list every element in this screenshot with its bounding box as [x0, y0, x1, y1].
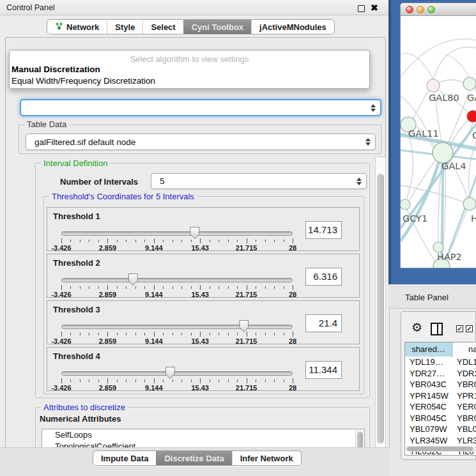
tab-label: Network: [66, 22, 99, 32]
table-cell[interactable]: YLR3: [457, 435, 476, 446]
threshold-slider-thumb[interactable]: [128, 273, 138, 286]
table-cell[interactable]: YPR145W: [410, 390, 452, 401]
dropdown-prompt: Select algorithm to view settings: [10, 54, 369, 64]
threshold-label: Threshold 2: [53, 258, 100, 268]
table-cell[interactable]: YPR1: [457, 390, 476, 401]
network-node[interactable]: [427, 79, 440, 92]
threshold-slider-thumb[interactable]: [239, 320, 249, 332]
number-of-intervals-label: Number of Intervals: [60, 177, 138, 187]
interval-definition-group-title: Interval Definition: [41, 158, 110, 168]
table-row[interactable]: YER054CYER0: [405, 401, 476, 413]
threshold-slider-track[interactable]: [61, 371, 293, 376]
number-of-intervals-value: 5: [160, 176, 165, 186]
slider-tick-labels: -3.4262.8599.14415.4321.71528: [61, 244, 293, 252]
columns-icon[interactable]: [431, 323, 443, 335]
threshold-label: Threshold 3: [53, 305, 100, 314]
close-traffic-light-icon[interactable]: [406, 6, 413, 13]
table-cell[interactable]: YDR27…: [410, 368, 452, 379]
network-node[interactable]: [463, 197, 476, 210]
network-edge: [433, 47, 476, 79]
table-row[interactable]: YBR045CYBR0: [405, 413, 476, 424]
table-horizontal-scrollbar[interactable]: [406, 446, 476, 452]
numerical-attributes-label: Numerical Attributes: [40, 414, 121, 424]
network-node-label: GAL11: [408, 128, 439, 139]
column-header-name[interactable]: na: [453, 342, 476, 357]
threshold-value-field[interactable]: 6.316: [305, 268, 342, 286]
panel-scrollbar[interactable]: [375, 157, 386, 467]
panel-scrollbar-thumb[interactable]: [377, 174, 384, 443]
tab-impute-data[interactable]: Impute Data: [93, 451, 156, 465]
table-hscroll-thumb[interactable]: [407, 447, 473, 451]
network-node[interactable]: [467, 111, 476, 122]
table-row[interactable]: YLR345WYLR3: [405, 435, 476, 447]
table-cell[interactable]: YLR345W: [410, 435, 452, 446]
table-cell[interactable]: YBL0: [457, 424, 476, 434]
table-cell[interactable]: YER054C: [410, 401, 452, 412]
number-of-intervals-combobox[interactable]: 5: [151, 173, 367, 189]
table-cell[interactable]: YBR0: [457, 379, 476, 390]
network-node[interactable]: [433, 142, 453, 163]
table-panel-titlebar[interactable]: Table Panel: [388, 286, 476, 309]
checkbox-icon[interactable]: ✓: [466, 325, 473, 332]
table-cell[interactable]: YBL079W: [410, 424, 452, 434]
network-node[interactable]: [401, 199, 410, 210]
network-window-titlebar[interactable]: [401, 3, 476, 16]
table-cell[interactable]: YDL1: [457, 357, 476, 367]
table-row[interactable]: YBL079WYBL0: [405, 424, 476, 435]
table-row[interactable]: YPR145WYPR1: [405, 390, 476, 402]
zoom-traffic-light-icon[interactable]: [427, 6, 435, 13]
threshold-panel-2: Threshold 2-3.4262.8599.14415.4321.71528…: [47, 254, 360, 298]
table-row[interactable]: YDL19…YDL1: [405, 357, 476, 368]
cyni-toolbox-panel: Discretization Algorithm Table Data galF…: [5, 37, 386, 448]
network-edge: [401, 39, 476, 77]
combo-arrows-icon: [357, 178, 362, 185]
checkbox-icon[interactable]: ✓: [456, 325, 463, 332]
network-node[interactable]: [433, 242, 443, 252]
gear-icon[interactable]: ⚙: [411, 321, 422, 334]
threshold-value-field[interactable]: 14.713: [305, 221, 342, 239]
table-cell[interactable]: YDR2: [457, 368, 476, 379]
tab-label: Cyni Toolbox: [192, 22, 243, 32]
attribute-item-selfloops[interactable]: SelfLoops: [42, 429, 364, 441]
network-canvas[interactable]: GAL80GAGAL11CGAL4GCY1HHAP2: [401, 16, 476, 268]
threshold-value-field[interactable]: 11.344: [305, 361, 342, 379]
slider-tick-marks: [61, 285, 293, 291]
algorithm-combobox[interactable]: [20, 99, 381, 116]
table-data-combobox[interactable]: galFiltered.sif default node: [26, 134, 376, 150]
dropdown-option-equal-width-frequency[interactable]: Equal Width/Frequency Discretization: [12, 76, 369, 86]
network-graph: GAL80GAGAL11CGAL4GCY1HHAP2: [401, 16, 476, 268]
threshold-slider-track[interactable]: [61, 231, 293, 236]
network-node[interactable]: [463, 77, 476, 90]
threshold-slider-thumb[interactable]: [190, 227, 199, 239]
close-icon[interactable]: ✖: [371, 3, 378, 13]
table-row[interactable]: YDR27…YDR2: [405, 368, 476, 380]
threshold-slider-track[interactable]: [61, 325, 293, 329]
attributes-group-title: Attributes to discretize: [41, 403, 128, 412]
float-window-icon[interactable]: [358, 5, 365, 12]
tab-jactivemnodules[interactable]: jActiveMNodules: [251, 20, 334, 34]
table-panel-title: Table Panel: [405, 293, 449, 302]
tab-select[interactable]: Select: [142, 20, 183, 34]
table-cell[interactable]: YBR043C: [410, 379, 452, 390]
tab-network[interactable]: Network: [47, 20, 107, 34]
slider-tick-marks: [61, 332, 293, 337]
table-cell[interactable]: YER0: [457, 401, 476, 412]
tab-infer-network[interactable]: Infer Network: [232, 451, 301, 465]
table-cell[interactable]: YBR0: [457, 413, 476, 424]
threshold-slider-track[interactable]: [61, 278, 293, 282]
table-row[interactable]: YBR043CYBR0: [405, 379, 476, 390]
threshold-value-field[interactable]: 21.4: [305, 314, 342, 332]
combo-arrows-icon: [365, 138, 371, 146]
table-cell[interactable]: YDL19…: [410, 357, 452, 367]
tab-discretize-data[interactable]: Discretize Data: [156, 451, 231, 465]
column-header-shared-name[interactable]: shared…: [405, 342, 452, 357]
table-header-row: shared… na: [405, 342, 476, 357]
tab-cyni-toolbox[interactable]: Cyni Toolbox: [183, 20, 251, 34]
control-panel-titlebar[interactable]: Control Panel ✖: [0, 0, 389, 15]
tab-style[interactable]: Style: [107, 20, 142, 34]
dropdown-option-manual-discretization[interactable]: Manual Discretization: [12, 65, 369, 74]
threshold-slider-thumb[interactable]: [165, 367, 175, 379]
tab-label: Impute Data: [101, 454, 148, 463]
table-cell[interactable]: YBR045C: [410, 413, 452, 424]
minimize-traffic-light-icon[interactable]: [417, 6, 424, 13]
